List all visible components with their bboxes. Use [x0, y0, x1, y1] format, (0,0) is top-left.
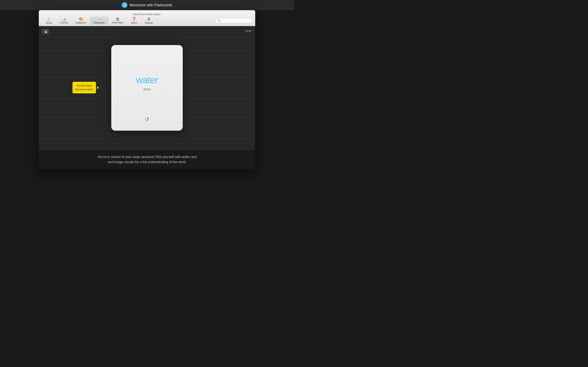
nav-wordbank[interactable]: 🏦 Word Bank: [108, 17, 127, 25]
tooltip-text: Do you know this word now?: [75, 84, 93, 91]
footer-description: You're in control of your study sessions…: [39, 150, 255, 169]
window-title: Word Power British English: [41, 12, 253, 16]
app-badge: 5: [122, 2, 127, 8]
nav-home[interactable]: ⌂ Home: [42, 16, 56, 25]
categories-icon: 🎨: [79, 17, 83, 21]
app-title: Memorize with Flashcards: [130, 3, 172, 7]
nav-courses[interactable]: 📊 Courses: [56, 17, 72, 25]
nav-categories-label: Categories: [76, 21, 86, 24]
back-button[interactable]: ◀: [42, 29, 49, 35]
flip-icon[interactable]: ↺: [145, 116, 149, 123]
card-word: water: [136, 75, 158, 85]
nav-flashcards-label: Flashcards: [94, 21, 105, 24]
toolbar-items: ⌂ Home 📊 Courses 🎨 Categories 🃏 Flashcar…: [41, 16, 253, 26]
search-input[interactable]: [222, 19, 250, 22]
content-area: ◀ 42/46 Do you know this word now? water…: [39, 26, 255, 150]
card-part-of-speech: noun: [143, 87, 151, 91]
nav-about[interactable]: ❓ About: [127, 16, 141, 25]
progress-counter: 42/46: [245, 29, 251, 33]
about-icon: ❓: [131, 17, 137, 21]
footer-text: You're in control of your study sessions…: [97, 155, 197, 164]
nav-flashcards[interactable]: 🃏 Flashcards: [90, 17, 108, 25]
search-bar[interactable]: 🔍: [215, 18, 252, 23]
nav-categories[interactable]: 🎨 Categories: [72, 17, 90, 25]
home-icon: ⌂: [48, 17, 50, 21]
nav-home-label: Home: [46, 22, 52, 24]
nav-wordbank-label: Word Bank: [112, 21, 123, 24]
nav-settings[interactable]: ⚙ Settings: [141, 16, 156, 25]
back-arrow-icon: ◀: [44, 30, 47, 33]
courses-icon: 📊: [62, 17, 66, 21]
nav-courses-label: Courses: [60, 21, 68, 24]
title-bar: 5 Memorize with Flashcards: [0, 0, 294, 10]
main-window: Word Power British English ⌂ Home 📊 Cour…: [39, 10, 255, 169]
flashcard[interactable]: water noun ↺: [111, 45, 183, 131]
search-icon: 🔍: [218, 19, 221, 22]
tooltip-bubble: Do you know this word now?: [72, 82, 96, 93]
flashcards-icon: 🃏: [97, 17, 102, 21]
badge-number: 5: [124, 3, 125, 7]
settings-icon: ⚙: [147, 17, 151, 21]
wordbank-icon: 🏦: [115, 17, 120, 21]
toolbar: Word Power British English ⌂ Home 📊 Cour…: [39, 10, 255, 26]
toolbar-nav: ⌂ Home 📊 Courses 🎨 Categories 🃏 Flashcar…: [42, 16, 215, 25]
nav-about-label: About: [131, 22, 137, 24]
nav-settings-label: Settings: [145, 22, 153, 24]
